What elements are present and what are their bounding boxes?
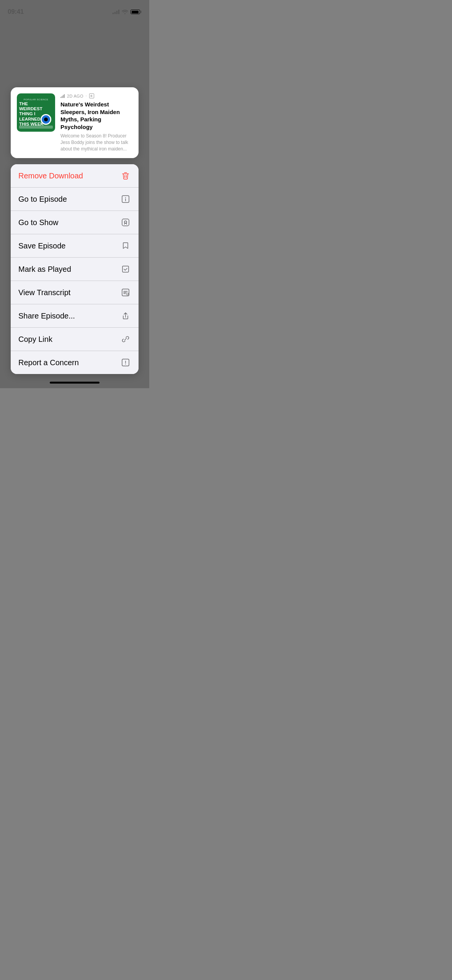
menu-item-view-transcript-label: View Transcript <box>18 288 70 297</box>
battery-icon <box>131 10 142 14</box>
episode-card: POPULAR SCIENCE THE WEIRDEST THING I LEA… <box>11 87 139 158</box>
svg-point-8 <box>125 364 126 364</box>
menu-item-remove-download-label: Remove Download <box>18 172 83 180</box>
menu-item-save-episode-label: Save Episode <box>18 242 65 250</box>
menu-item-copy-link[interactable]: Copy Link <box>11 328 139 351</box>
report-icon <box>120 357 131 368</box>
meta-signal-icon <box>60 94 65 98</box>
menu-item-mark-as-played[interactable]: Mark as Played <box>11 258 139 281</box>
link-icon <box>120 334 131 345</box>
menu-item-view-transcript[interactable]: View Transcript <box>11 281 139 304</box>
menu-item-go-to-episode[interactable]: Go to Episode <box>11 188 139 211</box>
artwork-wave-decoration <box>19 126 53 129</box>
podcast-icon <box>120 217 131 228</box>
info-square-icon <box>120 194 131 204</box>
menu-item-report-concern[interactable]: Report a Concern <box>11 351 139 374</box>
svg-rect-4 <box>122 266 129 272</box>
menu-item-save-episode[interactable]: Save Episode <box>11 234 139 258</box>
meta-separator: · <box>86 94 87 98</box>
svg-point-3 <box>124 221 127 223</box>
episode-meta: 2D AGO · E <box>60 93 132 98</box>
menu-item-go-to-episode-label: Go to Episode <box>18 195 67 204</box>
episode-description: Welcome to Season 8! Producer Jess Boddy… <box>60 133 132 152</box>
artwork-brand-label: POPULAR SCIENCE <box>24 98 49 101</box>
episode-title: Nature's Weirdest Sleepers, Iron Maiden … <box>60 101 132 131</box>
menu-item-share-episode-label: Share Episode... <box>18 312 75 320</box>
menu-item-report-concern-label: Report a Concern <box>18 358 79 367</box>
explicit-badge: E <box>89 93 94 98</box>
episode-time-ago: 2D AGO <box>67 94 83 98</box>
bookmark-icon <box>120 240 131 251</box>
menu-item-mark-as-played-label: Mark as Played <box>18 265 71 274</box>
share-icon <box>120 310 131 321</box>
artwork-eye-decoration <box>41 114 51 125</box>
context-menu: Remove Download Go to Episode Go to Show <box>11 164 139 374</box>
svg-rect-2 <box>122 219 129 226</box>
trash-icon <box>120 170 131 181</box>
menu-item-share-episode[interactable]: Share Episode... <box>11 304 139 328</box>
home-indicator-area <box>0 374 149 388</box>
home-indicator-bar <box>50 382 100 384</box>
mark-played-icon <box>120 264 131 274</box>
episode-info: 2D AGO · E Nature's Weirdest Sleepers, I… <box>60 93 132 152</box>
episode-artwork: POPULAR SCIENCE THE WEIRDEST THING I LEA… <box>17 93 55 132</box>
svg-point-1 <box>125 197 126 198</box>
menu-item-copy-link-label: Copy Link <box>18 335 52 344</box>
transcript-icon <box>120 287 131 298</box>
menu-item-remove-download[interactable]: Remove Download <box>11 164 139 188</box>
menu-item-go-to-show-label: Go to Show <box>18 218 59 227</box>
menu-item-go-to-show[interactable]: Go to Show <box>11 211 139 234</box>
svg-point-6 <box>126 293 129 295</box>
